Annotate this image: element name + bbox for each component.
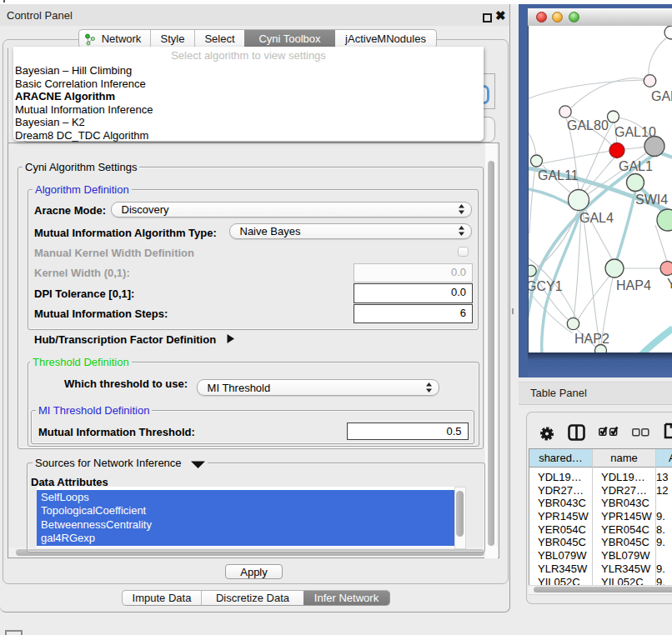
svg-text:GCY1: GCY1 bbox=[529, 279, 563, 293]
svg-text:GAL11: GAL11 bbox=[538, 168, 579, 182]
svg-text:GAL10: GAL10 bbox=[614, 125, 656, 139]
svg-text:SWI4: SWI4 bbox=[635, 192, 668, 207]
svg-text:GAL1: GAL1 bbox=[619, 159, 653, 173]
svg-text:GAL7: GAL7 bbox=[651, 89, 672, 103]
svg-text:GAL80: GAL80 bbox=[567, 118, 609, 132]
svg-text:GAL4: GAL4 bbox=[579, 211, 614, 225]
svg-text:HAP2: HAP2 bbox=[574, 332, 609, 346]
svg-text:YJ: YJ bbox=[667, 277, 672, 291]
svg-text:HAP4: HAP4 bbox=[616, 278, 651, 292]
